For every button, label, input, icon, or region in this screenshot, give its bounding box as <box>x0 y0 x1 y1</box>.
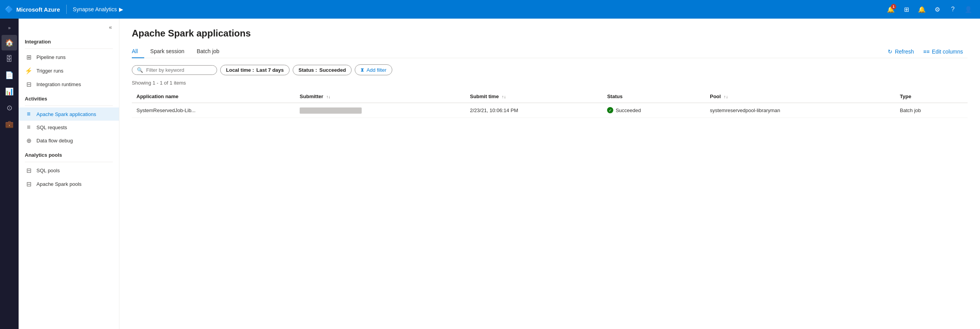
tabs-bar: All Spark session Batch job ↻ Refresh ≡≡… <box>132 45 968 58</box>
service-nav[interactable]: Synapse Analytics ▶ <box>73 6 124 12</box>
status-cell: ✓ Succeeded <box>602 103 705 118</box>
settings-button[interactable]: ⚙ <box>930 2 944 16</box>
submitter-cell <box>295 103 465 118</box>
sql-pools-icon: ⊟ <box>25 167 33 174</box>
sidebar-item-integration-runtimes[interactable]: ⊟ Integration runtimes <box>19 78 119 91</box>
icon-sidebar: » 🏠 🗄 📄 📊 ⊙ 💼 <box>0 19 19 329</box>
help-icon: ? <box>951 6 955 13</box>
spark-pools-icon: ⊟ <box>25 180 33 188</box>
table-row: SystemReservedJob-Lib... 2/23/21, 10:06:… <box>132 103 968 118</box>
page-title: Apache Spark applications <box>132 28 968 39</box>
spark-apps-icon: ≡ <box>25 111 33 118</box>
submit-time-cell: 2/23/21, 10:06:14 PM <box>465 103 602 118</box>
tab-all[interactable]: All <box>132 45 144 58</box>
col-pool[interactable]: Pool ↑↓ <box>705 90 895 103</box>
brand-logo: 🔷 Microsoft Azure <box>5 5 60 14</box>
storage-icon: 🗄 <box>6 55 13 63</box>
sql-requests-icon: ≡ <box>25 124 33 131</box>
home-icon: 🏠 <box>5 38 14 47</box>
sidebar-expand-button[interactable]: » <box>2 22 17 34</box>
col-type: Type <box>895 90 968 103</box>
sidebar-item-pipeline-runs[interactable]: ⊞ Pipeline runs <box>19 50 119 64</box>
edit-columns-button[interactable]: ≡≡ Edit columns <box>919 46 968 57</box>
chevron-right-icon: ▶ <box>119 6 123 12</box>
brand-text: Microsoft Azure <box>16 6 60 13</box>
topbar-divider <box>66 5 67 14</box>
sidebar-nav-home[interactable]: 🏠 <box>2 35 17 50</box>
main-content: Apache Spark applications All Spark sess… <box>119 19 980 329</box>
nav-divider-integration <box>25 48 113 49</box>
col-status: Status <box>602 90 705 103</box>
sidebar-item-label: Data flow debug <box>36 138 73 144</box>
search-input[interactable] <box>146 67 212 73</box>
time-filter-chip[interactable]: Local time : Last 7 days <box>220 65 290 75</box>
search-icon: 🔍 <box>137 67 143 73</box>
success-icon: ✓ <box>607 107 613 113</box>
nav-divider-analytics-pools <box>25 162 113 162</box>
col-application-name: Application name <box>132 90 295 103</box>
document-icon: 📄 <box>5 71 14 80</box>
item-count: Showing 1 - 1 of 1 items <box>132 80 968 86</box>
nav-panel-header: « <box>19 19 119 34</box>
sidebar-item-data-flow-debug[interactable]: ⊕ Data flow debug <box>19 134 119 147</box>
add-filter-icon: ⧗ <box>361 67 364 73</box>
add-filter-label: Add filter <box>366 67 386 73</box>
submitter-redacted <box>300 107 362 114</box>
sidebar-item-apache-spark-pools[interactable]: ⊟ Apache Spark pools <box>19 177 119 191</box>
main-layout: » 🏠 🗄 📄 📊 ⊙ 💼 « Integration ⊞ Pipeline r… <box>0 19 980 329</box>
sidebar-item-sql-pools[interactable]: ⊟ SQL pools <box>19 164 119 177</box>
sidebar-item-trigger-runs[interactable]: ⚡ Trigger runs <box>19 64 119 78</box>
data-table: Application name Submitter ↑↓ Submit tim… <box>132 90 968 118</box>
edit-columns-label: Edit columns <box>932 48 963 55</box>
refresh-label: Refresh <box>895 48 914 55</box>
user-icon: 👤 <box>964 6 972 13</box>
alert-icon: 🔔 <box>918 6 926 13</box>
sidebar-nav-monitor[interactable]: ⊙ <box>2 100 17 116</box>
sidebar-nav-storage[interactable]: 🗄 <box>2 51 17 67</box>
user-button[interactable]: 👤 <box>961 2 975 16</box>
portal-icon: ⊞ <box>904 6 909 13</box>
sidebar-nav-documents[interactable]: 📄 <box>2 68 17 83</box>
time-filter-prefix: Local time : <box>226 67 254 73</box>
sidebar-item-label: Pipeline runs <box>36 54 66 60</box>
alerts-button[interactable]: 🔔 <box>915 2 929 16</box>
sidebar-item-label: SQL requests <box>36 125 67 130</box>
col-submitter[interactable]: Submitter ↑↓ <box>295 90 465 103</box>
trigger-runs-icon: ⚡ <box>25 67 33 74</box>
chart-icon: 📊 <box>5 87 14 96</box>
nav-collapse-button[interactable]: « <box>105 22 116 33</box>
sidebar-item-apache-spark-applications[interactable]: ≡ Apache Spark applications <box>19 107 119 121</box>
status-filter-chip[interactable]: Status : Succeeded <box>293 65 352 75</box>
table-header-row: Application name Submitter ↑↓ Submit tim… <box>132 90 968 103</box>
data-flow-debug-icon: ⊕ <box>25 137 33 144</box>
submit-time-sort-icon: ↑↓ <box>502 94 506 99</box>
nav-section-activities: Activities <box>19 91 119 104</box>
help-button[interactable]: ? <box>946 2 960 16</box>
col-submit-time[interactable]: Submit time ↑↓ <box>465 90 602 103</box>
briefcase-icon: 💼 <box>5 120 14 128</box>
pipeline-runs-icon: ⊞ <box>25 54 33 61</box>
topbar-icons: 🔔 1 ⊞ 🔔 ⚙ ? 👤 <box>884 2 975 16</box>
notification-badge: 1 <box>891 4 896 9</box>
refresh-button[interactable]: ↻ Refresh <box>883 46 918 57</box>
pool-cell: systemreservedpool-libraryman <box>705 103 895 118</box>
sidebar-nav-briefcase[interactable]: 💼 <box>2 116 17 132</box>
sidebar-item-label: SQL pools <box>36 168 60 173</box>
application-name-cell[interactable]: SystemReservedJob-Lib... <box>132 103 295 118</box>
sidebar-item-label: Apache Spark applications <box>36 111 96 117</box>
sidebar-item-label: Trigger runs <box>36 68 64 74</box>
portal-switch-button[interactable]: ⊞ <box>899 2 913 16</box>
sidebar-item-sql-requests[interactable]: ≡ SQL requests <box>19 121 119 134</box>
toolbar: 🔍 Local time : Last 7 days Status : Succ… <box>132 64 968 75</box>
tab-batch-job[interactable]: Batch job <box>191 45 226 58</box>
monitor-icon: ⊙ <box>7 104 12 112</box>
sidebar-item-label: Apache Spark pools <box>36 181 81 187</box>
sidebar-nav-analytics[interactable]: 📊 <box>2 84 17 99</box>
submitter-sort-icon: ↑↓ <box>326 94 330 99</box>
tab-spark-session[interactable]: Spark session <box>144 45 191 58</box>
service-name: Synapse Analytics <box>73 6 117 12</box>
notifications-button[interactable]: 🔔 1 <box>884 2 898 16</box>
time-filter-value: Last 7 days <box>256 67 284 73</box>
add-filter-button[interactable]: ⧗ Add filter <box>355 64 392 75</box>
filter-input-wrap[interactable]: 🔍 <box>132 65 217 75</box>
